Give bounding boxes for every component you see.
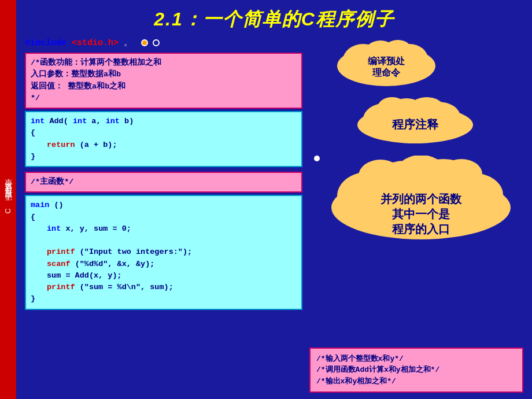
include-file: <stdio.h> [72,38,119,48]
svg-point-9 [409,97,444,120]
deco-dot-1 [314,156,320,161]
functions-line1-text: 并列的两个函数 [380,193,462,205]
printf-kw1: printf [47,247,75,256]
svg-point-17 [441,159,482,189]
printf-args2: ("sum = %d\n", sum); [80,283,173,291]
main-close-brace: } [31,293,297,305]
add-close-brace: } [31,151,297,162]
main-comment: /*主函数*/ [31,176,297,188]
int-keyword-3: int [106,117,120,125]
add-open-brace: { [31,127,297,139]
sidebar: C语言程序设计第二章 [0,0,16,399]
comment-block-2: /*主函数*/ [25,172,302,193]
bottom-comment-line3: /*输出x和y相加之和*/ [316,376,516,387]
page-title: 2.1：一个简单的C程序例子 [16,0,532,37]
return-keyword: return [47,141,75,149]
decorative-dots [141,39,160,46]
main-keyword: main [31,201,49,209]
content-area: #include <stdio.h> 。 /*函数功能：计算两个整数相加之和 入… [16,37,532,396]
int-keyword: int [31,117,45,125]
dot1 [141,39,148,46]
param-b: b) [124,117,134,125]
param-a: a, [91,117,105,125]
svg-point-10 [378,97,407,118]
return-expr: (a + b); [80,141,117,149]
include-statement: #include <stdio.h> 。 [25,37,132,48]
functions-cloud-container: 并列的两个函数 其中一个是 程序的入口 [323,156,519,248]
compiler-line2-text: 理命令 [372,68,401,77]
bottom-comment-line1: /*输入两个整型数x和y*/ [316,353,516,365]
comment-line-1: /*函数功能：计算两个整数相加之和 [31,57,297,69]
functions-cloud-svg: 并列的两个函数 其中一个是 程序的入口 [323,156,519,245]
main-scanf: scanf ("%d%d", &x, &y); [47,258,297,270]
comment-block-1: /*函数功能：计算两个整数相加之和 入口参数：整型数据a和b 返回值： 整型数a… [25,53,302,109]
comment-line-4: */ [31,93,297,104]
main-line1: int x, y, sum = 0; [47,223,297,235]
main-signature: main () [31,200,297,211]
scanf-kw: scanf [47,260,71,268]
add-signature: int Add( int a, int b) [31,116,297,127]
vars-decl: x, y, sum = 0; [65,224,131,233]
annotation-text: 程序注释 [391,118,439,131]
bottom-comment-box: /*输入两个整型数x和y*/ /*调用函数Add计算x和y相加之和*/ /*输出… [309,348,523,393]
main-open-brace: { [31,212,297,223]
main-parens: () [54,201,64,209]
bottom-comment-line2: /*调用函数Add计算x和y相加之和*/ [316,364,516,376]
main-addcall: sum = Add(x, y); [47,270,297,282]
include-keyword: #include [25,38,66,48]
left-panel: #include <stdio.h> 。 /*函数功能：计算两个整数相加之和 入… [25,37,302,396]
right-panel: 编译预处 理命令 程序注释 [311,37,523,396]
dot2 [153,39,160,46]
main-content: 2.1：一个简单的C程序例子 #include <stdio.h> 。 /*函数… [16,0,532,399]
compiler-cloud-svg: 编译预处 理命令 [328,37,444,89]
annotation-cloud-container: 程序注释 [346,95,485,150]
add-function-block: int Add( int a, int b) { return (a + b);… [25,111,302,167]
functions-line3-text: 程序的入口 [391,223,450,235]
annotation-cloud-svg: 程序注释 [346,95,485,147]
main-blank1 [31,235,297,246]
comment-line-3: 返回值： 整型数a和b之和 [31,81,297,93]
compiler-line1-text: 编译预处 [368,56,405,66]
sidebar-text: C语言程序设计第二章 [0,188,16,216]
svg-point-16 [359,160,402,192]
comment-line-2: 入口参数：整型数据a和b [31,69,297,80]
include-line: #include <stdio.h> 。 [25,37,302,48]
svg-point-18 [398,156,444,185]
main-function-block: main () { int x, y, sum = 0; printf ("In… [25,195,302,309]
int-kw-main: int [47,224,61,233]
main-printf1: printf ("Input two integers:"); [47,246,297,258]
main-printf2: printf ("sum = %d\n", sum); [47,282,297,293]
compiler-cloud-container: 编译预处 理命令 [328,37,444,92]
int-keyword-2: int [73,117,87,125]
scanf-args: ("%d%d", &x, &y); [75,260,155,268]
include-dot: 。 [124,38,132,48]
add-name: Add( [49,117,68,125]
printf-args1: ("Input two integers:"); [80,247,192,256]
printf-kw2: printf [47,283,75,291]
add-return: return (a + b); [47,139,297,151]
functions-line2-text: 其中一个是 [392,208,450,220]
